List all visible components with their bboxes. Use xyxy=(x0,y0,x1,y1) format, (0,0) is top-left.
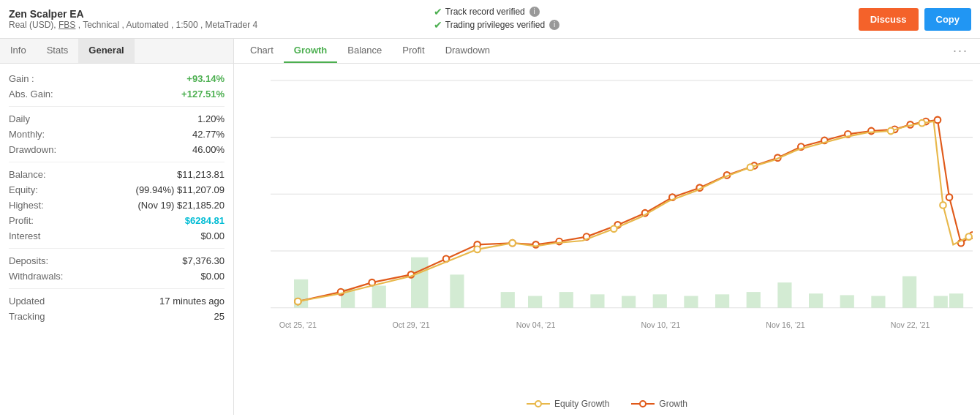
svg-rect-27 xyxy=(871,296,885,308)
svg-rect-21 xyxy=(684,296,698,308)
svg-point-62 xyxy=(611,225,617,232)
verified-track-label: Track record verified xyxy=(445,7,525,17)
chart-legend: Equity Growth Growth xyxy=(527,399,687,409)
withdrawals-value: $0.00 xyxy=(200,271,225,282)
svg-rect-25 xyxy=(809,293,823,307)
header-actions: Discuss Copy xyxy=(859,8,971,31)
svg-rect-20 xyxy=(653,294,667,307)
profit-value: $6284.81 xyxy=(185,215,225,226)
info-icon-2[interactable]: i xyxy=(549,20,559,30)
svg-rect-19 xyxy=(622,296,636,308)
svg-text:Oct 25, '21: Oct 25, '21 xyxy=(279,320,317,329)
header: Zen Scalper EA Real (USD), FBS , Technic… xyxy=(0,0,980,39)
tab-chart[interactable]: Chart xyxy=(240,39,284,63)
svg-rect-15 xyxy=(501,292,515,308)
sidebar-tab-stats[interactable]: Stats xyxy=(37,39,79,63)
withdrawals-label: Withdrawals: xyxy=(9,271,63,282)
svg-point-64 xyxy=(888,128,894,135)
deposits-row: Deposits: $7,376.30 xyxy=(9,253,225,268)
legend-growth: Growth xyxy=(631,399,687,409)
equity-value: (99.94%) $11,207.09 xyxy=(136,184,225,195)
updated-label: Updated xyxy=(9,296,45,307)
svg-point-60 xyxy=(474,247,480,253)
app-title: Zen Scalper EA xyxy=(9,8,434,20)
svg-point-75 xyxy=(535,401,541,407)
highest-value: (Nov 19) $21,185.20 xyxy=(137,200,225,211)
svg-text:Nov 04, '21: Nov 04, '21 xyxy=(516,320,556,329)
monthly-value: 42.77% xyxy=(192,129,225,140)
verified-track: ✔ Track record verified i xyxy=(434,6,859,18)
drawdown-row: Drawdown: 46.00% xyxy=(9,142,225,157)
svg-point-67 xyxy=(965,233,972,240)
daily-label: Daily xyxy=(9,113,30,124)
balance-row: Balance: $11,213.81 xyxy=(9,167,225,182)
profit-row: Profit: $6284.81 xyxy=(9,213,225,228)
divider-3 xyxy=(9,248,225,249)
interest-label: Interest xyxy=(9,230,40,241)
divider-4 xyxy=(9,288,225,289)
drawdown-value: 46.00% xyxy=(192,144,225,155)
tab-growth[interactable]: Growth xyxy=(284,39,338,63)
fbs-link[interactable]: FBS xyxy=(59,20,75,30)
updated-row: Updated 17 minutes ago xyxy=(9,293,225,309)
svg-point-66 xyxy=(940,202,946,209)
withdrawals-row: Withdrawals: $0.00 xyxy=(9,268,225,284)
abs-gain-row: Abs. Gain: +127.51% xyxy=(9,86,225,102)
interest-row: Interest $0.00 xyxy=(9,228,225,244)
svg-text:Nov 16, '21: Nov 16, '21 xyxy=(766,320,805,329)
sidebar-tab-general[interactable]: General xyxy=(78,39,134,63)
info-icon-1[interactable]: i xyxy=(529,7,540,17)
svg-rect-18 xyxy=(590,294,604,307)
tab-drawdown[interactable]: Drawdown xyxy=(435,39,500,63)
svg-rect-17 xyxy=(559,292,573,308)
header-left: Zen Scalper EA Real (USD), FBS , Technic… xyxy=(9,8,434,30)
highest-row: Highest: (Nov 19) $21,185.20 xyxy=(9,198,225,213)
sidebar-tab-info[interactable]: Info xyxy=(0,39,37,63)
growth-legend-line xyxy=(631,399,655,408)
svg-point-65 xyxy=(919,120,925,127)
header-verified: ✔ Track record verified i ✔ Trading priv… xyxy=(434,6,859,32)
tab-profit[interactable]: Profit xyxy=(392,39,434,63)
svg-rect-16 xyxy=(528,296,542,308)
gain-value: +93.14% xyxy=(186,73,225,84)
app-subtitle: Real (USD), FBS , Technical , Automated … xyxy=(9,20,434,30)
svg-text:Nov 10, '21: Nov 10, '21 xyxy=(641,320,681,329)
svg-rect-23 xyxy=(747,292,761,308)
svg-rect-30 xyxy=(949,293,963,307)
svg-rect-14 xyxy=(450,274,464,307)
svg-point-55 xyxy=(935,117,941,124)
chart-area: 0% 60% 120% 180% 240% xyxy=(234,64,980,415)
gain-row: Gain : +93.14% xyxy=(9,71,225,86)
equity-growth-legend-line xyxy=(527,399,550,408)
svg-rect-12 xyxy=(372,285,386,307)
sidebar: Info Stats General Gain : +93.14% Abs. G… xyxy=(0,39,234,415)
sidebar-tabs: Info Stats General xyxy=(0,39,233,64)
copy-button[interactable]: Copy xyxy=(924,8,972,31)
monthly-row: Monthly: 42.77% xyxy=(9,127,225,142)
monthly-label: Monthly: xyxy=(9,129,45,140)
svg-point-77 xyxy=(640,401,646,407)
chart-svg: 0% 60% 120% 180% 240% xyxy=(271,71,973,371)
deposits-label: Deposits: xyxy=(9,255,48,266)
growth-label: Growth xyxy=(659,399,687,409)
equity-label: Equity: xyxy=(9,184,38,195)
divider-1 xyxy=(9,106,225,107)
svg-text:Nov 22, '21: Nov 22, '21 xyxy=(891,320,930,329)
equity-growth-label: Equity Growth xyxy=(554,399,609,409)
legend-equity-growth: Equity Growth xyxy=(527,399,609,409)
svg-point-56 xyxy=(946,194,953,200)
equity-row: Equity: (99.94%) $11,207.09 xyxy=(9,182,225,198)
tab-balance[interactable]: Balance xyxy=(337,39,392,63)
chart-more-button[interactable]: ··· xyxy=(947,40,974,61)
verified-privileges-label: Trading privileges verified xyxy=(445,20,545,30)
tracking-label: Tracking xyxy=(9,311,45,322)
svg-text:Oct 29, '21: Oct 29, '21 xyxy=(392,320,429,329)
svg-rect-26 xyxy=(840,295,854,307)
svg-rect-13 xyxy=(411,258,428,308)
profit-label: Profit: xyxy=(9,215,34,226)
discuss-button[interactable]: Discuss xyxy=(859,8,919,31)
drawdown-label: Drawdown: xyxy=(9,144,56,155)
svg-rect-24 xyxy=(777,282,791,308)
gain-label: Gain : xyxy=(9,73,34,84)
daily-row: Daily 1.20% xyxy=(9,111,225,127)
